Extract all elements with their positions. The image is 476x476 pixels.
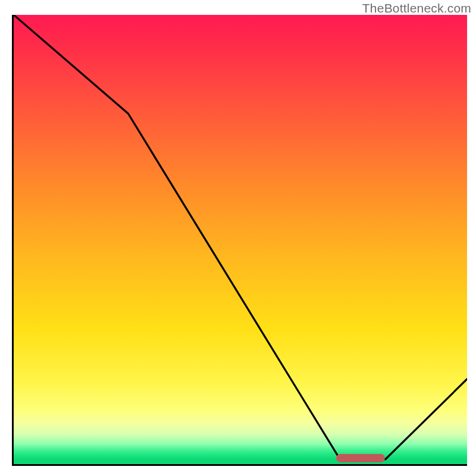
plot-area: [12, 15, 467, 466]
optimal-range-marker: [336, 454, 385, 462]
watermark-text: TheBottleneck.com: [362, 1, 471, 15]
gradient-background: [14, 15, 467, 464]
chart-container: TheBottleneck.com: [0, 0, 476, 476]
